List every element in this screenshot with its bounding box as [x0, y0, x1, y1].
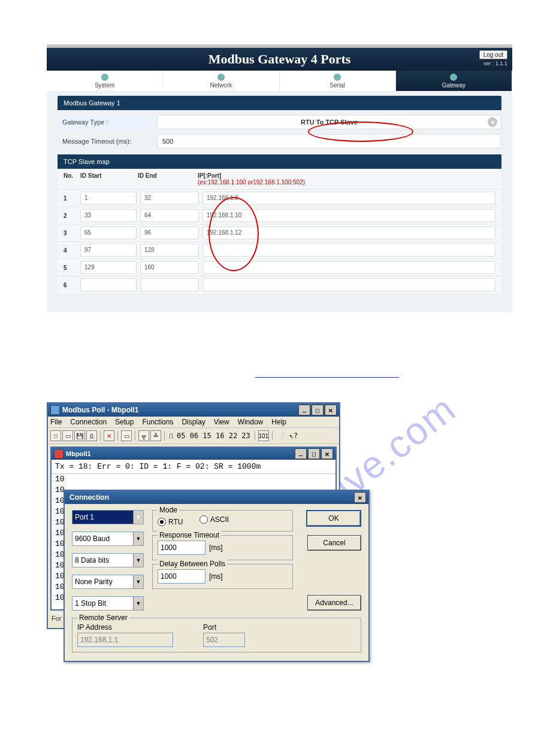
maximize-button[interactable]	[308, 448, 320, 459]
parity-select[interactable]: None Parity▼	[72, 575, 144, 589]
rt-unit: [ms]	[209, 544, 223, 552]
menu-view[interactable]: View	[214, 418, 229, 426]
delete-icon[interactable]: ✕	[104, 430, 114, 441]
code-101-button[interactable]: 101	[258, 430, 269, 441]
window-titlebar[interactable]: Modbus Poll - Mbpoll1	[48, 403, 339, 417]
panel-title: Modbus Gateway 1	[58, 96, 501, 110]
dbp-legend: Delay Between Polls	[158, 560, 227, 568]
minimize-button[interactable]	[298, 405, 310, 415]
gateway-type-select[interactable]: RTU To TCP Slave ▾	[157, 115, 501, 129]
idstart-input[interactable]: 65	[80, 226, 137, 239]
stopbit-select[interactable]: 1 Stop Bit▼	[72, 596, 144, 611]
rs-legend: Remote Server	[77, 614, 129, 622]
ip-input[interactable]	[202, 244, 495, 257]
separator	[255, 431, 255, 441]
row-no: 4	[60, 247, 80, 254]
menu-display[interactable]: Display	[182, 418, 205, 426]
monitor-icon[interactable]: ▭	[121, 430, 132, 441]
chevron-down-icon: ▼	[133, 511, 143, 524]
ex-b: 192.168.1.100:502	[253, 179, 303, 186]
close-button[interactable]	[321, 448, 333, 459]
ok-button[interactable]: OK	[306, 510, 361, 527]
connect-icon[interactable]: ╦	[138, 430, 149, 441]
ip-address-input[interactable]: 192.168.1.1	[77, 633, 173, 647]
databits-select[interactable]: 8 Data bits▼	[72, 553, 144, 567]
hyperlink-underline[interactable]	[255, 369, 399, 378]
idstart-input[interactable]: 97	[80, 244, 137, 257]
help-icon[interactable]: ❔	[276, 432, 287, 440]
main-tabs: System Network Serial Gateway	[47, 71, 512, 91]
ip-input[interactable]	[202, 278, 495, 292]
port-input[interactable]: 502	[203, 633, 245, 647]
table-row: 6	[58, 276, 501, 293]
mode-legend: Mode	[158, 506, 179, 514]
idend-input[interactable]: 96	[140, 226, 199, 239]
maximize-button[interactable]	[312, 405, 324, 415]
cancel-button[interactable]: Cancel	[307, 535, 361, 551]
save-icon[interactable]: 💾	[74, 430, 85, 441]
connection-dialog: Connection Port 1▼ 9600 Baud▼ 8 Data bit…	[64, 490, 370, 662]
idstart-input[interactable]: 129	[80, 261, 137, 274]
ip-input[interactable]: 192.168.1.8	[202, 192, 495, 205]
response-timeout-input[interactable]: 1000	[158, 541, 205, 555]
menu-help[interactable]: Help	[271, 418, 286, 426]
hdr-ipport: IP[:Port] (ex:192.168.1.100 or192.168.1.…	[198, 172, 499, 186]
baud-select[interactable]: 9600 Baud▼	[72, 532, 144, 546]
logout-button[interactable]: Log out	[479, 50, 507, 59]
menu-setup[interactable]: Setup	[115, 418, 134, 426]
separator	[135, 431, 135, 441]
disconnect-icon[interactable]: ╩	[150, 430, 161, 441]
tab-label: Network	[210, 82, 232, 89]
pulse-icon[interactable]: ⎍	[168, 432, 174, 440]
tab-system[interactable]: System	[47, 71, 163, 91]
close-button[interactable]	[325, 405, 337, 415]
mode-ascii-radio[interactable]: ASCII	[200, 515, 229, 524]
new-icon[interactable]: □	[50, 430, 61, 441]
idend-input[interactable]: 160	[140, 261, 199, 274]
hdr-no: No.	[60, 172, 80, 186]
document-titlebar[interactable]: Mbpoll1	[52, 448, 335, 460]
mode-rtu-radio[interactable]: RTU	[158, 518, 183, 526]
chevron-down-icon: ▼	[133, 575, 143, 588]
dialog-titlebar[interactable]: Connection	[65, 491, 368, 504]
idend-input[interactable]	[140, 278, 199, 292]
menu-connection[interactable]: Connection	[70, 418, 107, 426]
hdr-ipport-text: IP[:Port]	[198, 172, 221, 179]
port-select[interactable]: Port 1▼	[72, 510, 144, 524]
context-help-icon[interactable]: ↖?	[288, 432, 299, 440]
tab-serial[interactable]: Serial	[280, 71, 396, 91]
menu-window[interactable]: Window	[238, 418, 264, 426]
rt-legend: Response Timeout	[158, 531, 221, 539]
dialog-title: Connection	[67, 493, 353, 502]
gateway-type-value: RTU To TCP Slave	[301, 119, 358, 126]
menu-functions[interactable]: Functions	[142, 418, 173, 426]
menu-file[interactable]: File	[50, 418, 62, 426]
app-icon	[50, 405, 60, 415]
toolbar-codes[interactable]: 05 06 15 16 22 23	[176, 432, 252, 440]
tab-gateway[interactable]: Gateway	[396, 71, 512, 91]
print-icon[interactable]: ⎙	[86, 430, 97, 441]
tab-network[interactable]: Network	[163, 71, 279, 91]
open-icon[interactable]: ▭	[62, 430, 73, 441]
idstart-input[interactable]: 33	[80, 209, 137, 222]
chevron-down-icon: ▾	[488, 117, 497, 127]
ip-input[interactable]	[202, 261, 495, 274]
slavemap-title: TCP Slave map	[58, 154, 501, 169]
stopbit-value: 1 Stop Bit	[75, 599, 106, 608]
idend-input[interactable]: 128	[140, 244, 199, 257]
separator	[272, 431, 273, 441]
msg-timeout-input[interactable]: 500	[157, 134, 501, 148]
idstart-input[interactable]: 1	[80, 192, 137, 205]
ip-input[interactable]: 192.168.1.12	[202, 226, 495, 239]
idend-input[interactable]: 32	[140, 192, 199, 205]
close-button[interactable]	[354, 492, 366, 503]
minimize-button[interactable]	[295, 448, 307, 459]
idstart-input[interactable]	[80, 278, 137, 292]
row-no: 5	[60, 265, 80, 271]
gateway-type-label: Gateway Type :	[58, 115, 157, 129]
ip-input[interactable]: 192.168.1.10	[202, 209, 495, 222]
delay-polls-input[interactable]: 1000	[158, 569, 205, 584]
advanced-button[interactable]: Advanced...	[307, 595, 361, 611]
idend-input[interactable]: 64	[140, 209, 199, 222]
app-title: Modbus Gateway 4 Ports	[208, 51, 351, 67]
